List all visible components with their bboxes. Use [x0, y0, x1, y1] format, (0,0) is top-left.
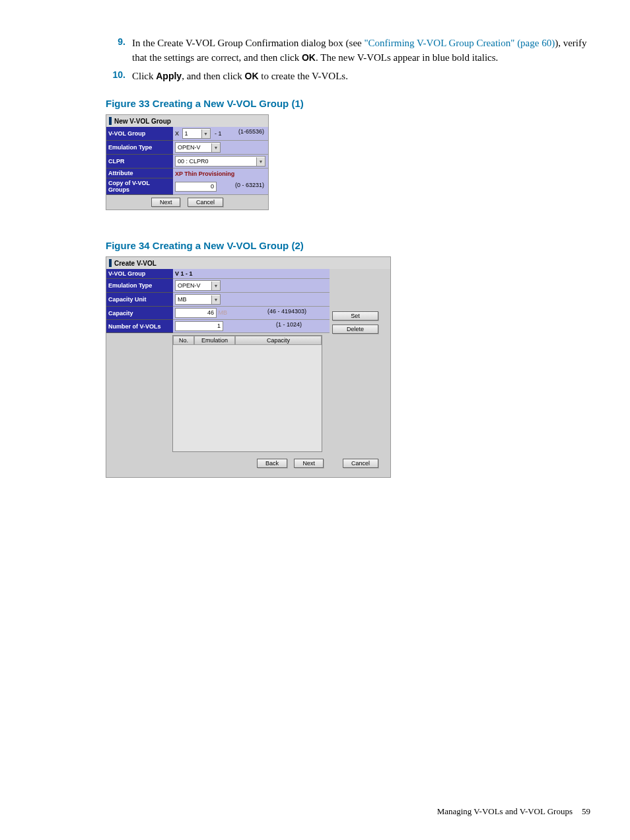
- col-emulation[interactable]: Emulation: [194, 336, 235, 345]
- vvol-group-dropdown[interactable]: 1▼: [182, 128, 211, 139]
- vvol-group-value: V 1 - 1: [173, 269, 330, 279]
- emulation-dropdown[interactable]: OPEN-V▼: [175, 280, 221, 291]
- label-number-vvols: Number of V-VOLs: [106, 320, 173, 333]
- unit-dropdown[interactable]: MB▼: [175, 294, 221, 305]
- capacity-input[interactable]: 46: [175, 308, 217, 318]
- set-button[interactable]: Set: [332, 311, 378, 321]
- vvol-suffix: - 1: [215, 130, 222, 137]
- label-capacity-unit: Capacity Unit: [106, 293, 173, 307]
- label-emulation: Emulation Type: [106, 279, 173, 293]
- vvol-list[interactable]: No. Emulation Capacity: [172, 335, 322, 452]
- next-button[interactable]: Next: [294, 459, 324, 468]
- label-clpr: CLPR: [106, 155, 173, 169]
- chevron-down-icon[interactable]: ▼: [211, 143, 220, 152]
- delete-button[interactable]: Delete: [332, 325, 378, 334]
- figure34-caption: Figure 34 Creating a New V-VOL Group (2): [106, 240, 590, 251]
- number-input[interactable]: 1: [175, 321, 223, 331]
- capacity-range: (46 - 4194303): [267, 308, 306, 315]
- figure34-dialog: Create V-VOL V-VOL Group V 1 - 1 Emulati…: [106, 256, 391, 478]
- attribute-value: XP Thin Provisioning: [173, 169, 268, 178]
- label-copy: Copy of V-VOL Groups: [106, 178, 173, 195]
- cancel-button[interactable]: Cancel: [343, 459, 378, 468]
- chevron-down-icon[interactable]: ▼: [211, 295, 220, 304]
- back-button[interactable]: Back: [257, 459, 287, 468]
- clpr-dropdown[interactable]: 00 : CLPR0▼: [175, 156, 265, 167]
- step-text: Click Apply, and then click OK to create…: [132, 69, 590, 84]
- link-confirming[interactable]: "Confirming V-VOL Group Creation" (page …: [364, 38, 555, 48]
- capacity-unit-text: MB: [219, 309, 228, 316]
- chevron-down-icon[interactable]: ▼: [211, 282, 220, 290]
- next-button[interactable]: Next: [151, 198, 181, 207]
- label-vvol-group: V-VOL Group: [106, 269, 173, 279]
- number-range: (1 - 1024): [276, 321, 302, 328]
- label-emulation: Emulation Type: [106, 141, 173, 155]
- label-attribute: Attribute: [106, 169, 173, 178]
- step-number: 9.: [99, 36, 132, 65]
- figure33-dialog: New V-VOL Group V-VOL Group X 1▼ - 1 (1-…: [106, 114, 269, 210]
- step-text: In the Create V-VOL Group Confirmation d…: [132, 36, 590, 65]
- label-vvol-group: V-VOL Group: [106, 127, 173, 141]
- figure33-caption: Figure 33 Creating a New V-VOL Group (1): [106, 98, 590, 109]
- vvol-range: (1-65536): [238, 128, 264, 135]
- cancel-button[interactable]: Cancel: [188, 198, 223, 207]
- dialog-title: Create V-VOL: [106, 257, 390, 269]
- col-capacity[interactable]: Capacity: [235, 336, 322, 345]
- chevron-down-icon[interactable]: ▼: [256, 157, 265, 166]
- emulation-dropdown[interactable]: OPEN-V▼: [175, 142, 221, 153]
- chevron-down-icon[interactable]: ▼: [201, 130, 210, 138]
- copy-input[interactable]: 0: [175, 182, 217, 192]
- x-prefix: X: [175, 130, 179, 137]
- step-number: 10.: [99, 69, 132, 84]
- dialog-title: New V-VOL Group: [106, 115, 268, 127]
- page-footer: Managing V-VOLs and V-VOL Groups59: [437, 806, 590, 817]
- label-capacity: Capacity: [106, 307, 173, 320]
- copy-range: (0 - 63231): [235, 182, 264, 188]
- col-no[interactable]: No.: [173, 336, 194, 345]
